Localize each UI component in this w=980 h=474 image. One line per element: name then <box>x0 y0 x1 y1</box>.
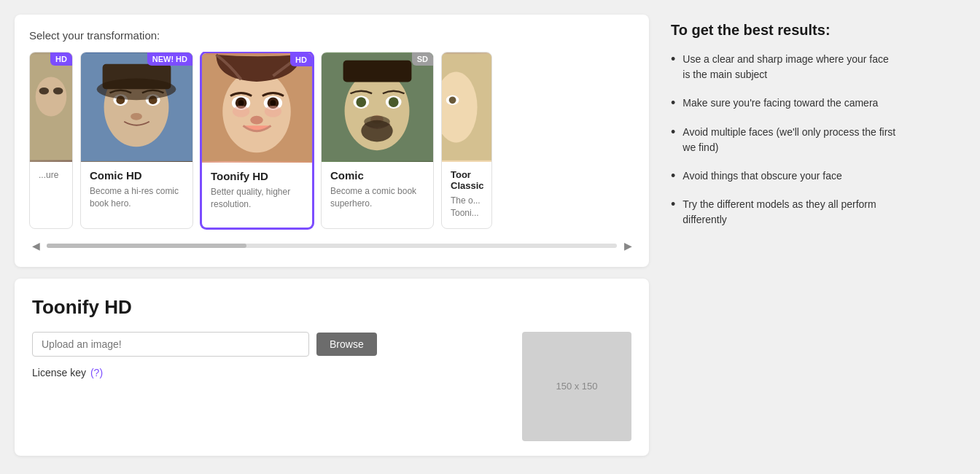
model-name-comic-hd: Comic HD <box>90 169 184 182</box>
model-desc-partial-left: ...ure <box>39 169 63 182</box>
license-row: License key (?) <box>32 367 508 378</box>
tip-item-2: Make sure you're facing toward the camer… <box>671 96 897 112</box>
badge-partial-left: HD <box>50 53 72 66</box>
tip-item-5: Try the different models as they all per… <box>671 197 897 228</box>
scrollbar-area: ◀ ▶ <box>29 239 634 252</box>
license-label: License key <box>32 367 86 378</box>
svg-point-32 <box>364 116 390 128</box>
svg-point-23 <box>265 106 281 117</box>
model-card-comic[interactable]: SD <box>321 52 434 229</box>
model-image-comic-hd: NEW! HD <box>81 53 192 162</box>
model-image-partial-right <box>442 53 491 162</box>
model-name-toonify-hd: Toonify HD <box>211 170 303 182</box>
svg-point-3 <box>53 88 63 95</box>
preview-placeholder: 150 x 150 <box>522 332 631 441</box>
carousel-track: HD ...ure NEW! HD <box>29 52 634 232</box>
model-info-partial-left: ...ure <box>30 162 72 190</box>
tip-item-4: Avoid things that obscure your face <box>671 168 897 184</box>
model-image-partial-left: HD <box>30 53 72 162</box>
upload-card: Toonify HD Browse License key (?) 150 x … <box>15 279 649 456</box>
model-info-comic: Comic Become a comic book superhero. <box>322 162 433 219</box>
tip-item-1: Use a clear and sharp image where your f… <box>671 52 897 82</box>
browse-button[interactable]: Browse <box>316 333 377 356</box>
tips-list: Use a clear and sharp image where your f… <box>671 52 897 228</box>
model-card-partial-left[interactable]: HD ...ure <box>29 52 73 229</box>
svg-point-2 <box>39 88 50 95</box>
model-desc-partial-right: The o... Tooni... <box>451 195 483 219</box>
svg-point-27 <box>356 97 366 107</box>
upload-input[interactable] <box>32 332 309 357</box>
model-info-toonify-hd: Toonify HD Better quality, higher resolu… <box>202 163 312 219</box>
badge-toonify-hd: HD <box>290 53 312 66</box>
model-name-partial-right: Toor Classic <box>451 169 483 191</box>
badge-comic-hd: NEW! HD <box>147 53 192 66</box>
main-content: Select your transformation: HD <box>15 15 649 459</box>
upload-row: Browse <box>32 332 508 357</box>
model-info-comic-hd: Comic HD Become a hi-res comic book hero… <box>81 162 192 219</box>
carousel-wrapper: HD ...ure NEW! HD <box>29 52 634 252</box>
badge-comic: SD <box>412 53 433 66</box>
license-help[interactable]: (?) <box>90 367 103 378</box>
model-image-comic: SD <box>322 53 433 162</box>
tips-sidebar: To get the best results: Use a clear and… <box>649 15 897 459</box>
model-card-comic-hd[interactable]: NEW! HD <box>80 52 193 229</box>
model-card-partial-right[interactable]: Toor Classic The o... Tooni... <box>441 52 492 229</box>
carousel-card: Select your transformation: HD <box>15 15 649 267</box>
model-desc-comic: Become a comic book superhero. <box>330 185 424 210</box>
upload-area: Browse License key (?) 150 x 150 <box>32 332 631 441</box>
tips-title: To get the best results: <box>671 22 897 39</box>
scroll-left-arrow[interactable]: ◀ <box>29 239 42 252</box>
svg-rect-33 <box>343 61 412 82</box>
model-image-toonify-hd: HD <box>202 53 312 163</box>
svg-point-37 <box>449 96 456 104</box>
model-info-partial-right: Toor Classic The o... Tooni... <box>442 162 491 228</box>
model-desc-comic-hd: Become a hi-res comic book hero. <box>90 185 184 210</box>
svg-point-10 <box>131 113 142 120</box>
svg-point-17 <box>238 100 244 106</box>
svg-point-20 <box>271 100 276 106</box>
model-name-comic: Comic <box>330 169 424 182</box>
model-card-toonify-hd[interactable]: HD <box>201 52 314 229</box>
svg-point-22 <box>233 106 249 117</box>
svg-point-12 <box>97 79 176 101</box>
scroll-right-arrow[interactable]: ▶ <box>621 239 634 252</box>
scrollbar-track[interactable] <box>47 244 617 248</box>
scrollbar-thumb <box>47 244 246 248</box>
carousel-label: Select your transformation: <box>29 29 634 42</box>
upload-left: Browse License key (?) <box>32 332 508 378</box>
model-desc-toonify-hd: Better quality, higher resolution. <box>211 186 303 211</box>
svg-point-21 <box>250 116 263 125</box>
tip-item-3: Avoid multiple faces (we'll only process… <box>671 125 897 155</box>
upload-title: Toonify HD <box>32 296 631 319</box>
svg-point-1 <box>36 77 67 116</box>
svg-point-29 <box>389 97 399 107</box>
